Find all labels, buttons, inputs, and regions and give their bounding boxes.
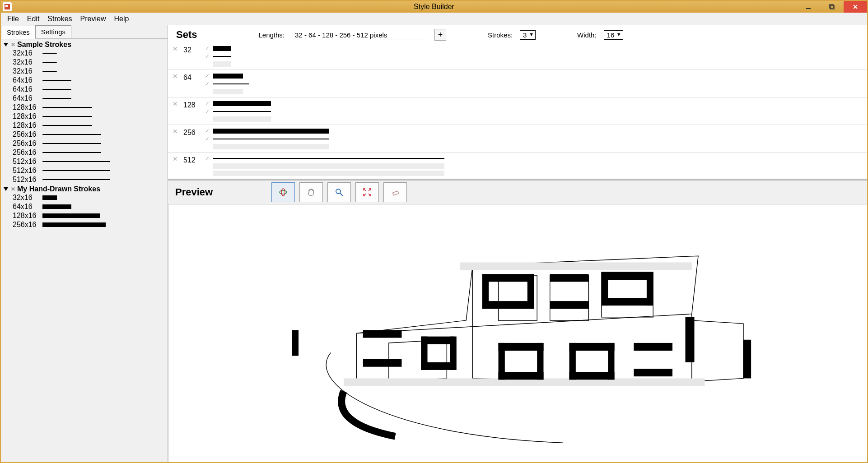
tree-item[interactable]: 256x16 [13,148,165,157]
stroke-sample-icon [42,134,101,135]
menu-strokes[interactable]: Strokes [44,13,75,25]
tab-strokes[interactable]: Strokes [1,26,36,39]
svg-rect-4 [831,5,834,9]
width-select[interactable]: 16 [604,30,623,40]
stroke-placeholder[interactable] [213,163,444,169]
orbit-tool-button[interactable] [271,182,295,202]
tree-item[interactable]: 64x16 [13,76,165,85]
lengths-input[interactable] [292,30,427,40]
stroke-placeholder[interactable] [213,171,444,176]
tab-settings[interactable]: Settings [35,25,71,38]
tree-item[interactable]: 32x16 [13,49,165,58]
stroke-sample-icon [42,170,110,171]
tree-item[interactable]: 32x16 [13,193,165,202]
stroke-sample-icon [42,71,57,72]
tree-item[interactable]: 256x16 [13,220,165,229]
maximize-button[interactable] [820,1,844,13]
tree-item-label: 256x16 [13,139,40,148]
tree-item-label: 256x16 [13,221,40,229]
svg-point-7 [280,190,287,194]
stroke-placeholder[interactable] [213,61,231,67]
check-icon[interactable]: ✓ [205,108,210,115]
tree-item[interactable]: 256x16 [13,139,165,148]
eraser-tool-button[interactable] [383,182,407,202]
svg-rect-35 [499,343,544,351]
check-icon[interactable]: ✓ [205,53,210,60]
remove-set-icon[interactable]: ✕ [173,45,180,52]
stroke-sample-icon [42,89,71,90]
tree-item[interactable]: 256x16 [13,130,165,139]
pan-tool-button[interactable] [299,182,323,202]
check-icon[interactable]: ✓ [205,155,210,162]
zoom-tool-button[interactable] [327,182,351,202]
tree-group-header[interactable]: ✕ My Hand-Drawn Strokes [4,185,165,193]
remove-group-icon[interactable]: ✕ [11,42,15,48]
stroke-placeholder[interactable] [213,144,329,149]
tree-item[interactable]: 64x16 [13,85,165,94]
tree-item[interactable]: 512x16 [13,175,165,184]
stroke-placeholder[interactable] [213,89,243,94]
window-titlebar: Style Builder [1,1,867,13]
stroke-bar [213,101,271,106]
tree-item-label: 32x16 [13,49,40,57]
set-row: ✕32✓✓ [168,42,867,69]
stroke-bar [213,56,231,57]
check-icon[interactable]: ✓ [205,73,210,79]
remove-set-icon[interactable]: ✕ [173,128,180,135]
set-stroke-stack: ✓✓ [205,45,231,67]
tree-item[interactable]: 32x16 [13,58,165,67]
remove-set-icon[interactable]: ✕ [173,73,180,80]
set-size-label: 512 [183,155,201,164]
zoom-extents-button[interactable] [355,182,379,202]
tree-item[interactable]: 128x16 [13,103,165,112]
tree-item[interactable]: 64x16 [13,94,165,103]
svg-rect-16 [460,262,692,270]
check-icon[interactable]: ✓ [205,45,210,51]
svg-rect-1 [5,5,8,7]
tree-item[interactable]: 512x16 [13,157,165,166]
sidebar-tabs: Strokes Settings [1,25,168,39]
stroke-placeholder[interactable] [213,116,271,122]
tree-item[interactable]: 128x16 [13,121,165,130]
menu-help[interactable]: Help [111,13,133,25]
add-set-button[interactable]: + [434,29,446,41]
tree-item-label: 512x16 [13,167,40,175]
svg-rect-30 [550,301,589,309]
tree-item-label: 256x16 [13,130,40,139]
tree-item[interactable]: 128x16 [13,112,165,121]
minimize-button[interactable] [797,1,820,13]
check-icon[interactable]: ✓ [205,136,210,142]
remove-set-icon[interactable]: ✕ [173,155,180,162]
tree-item[interactable]: 32x16 [13,67,165,76]
stroke-sample-icon [42,204,71,209]
group-label: Sample Strokes [17,41,71,49]
menu-file[interactable]: File [4,13,23,25]
menu-edit[interactable]: Edit [23,13,43,25]
tree-item[interactable]: 64x16 [13,202,165,211]
svg-rect-24 [450,337,457,370]
strokes-select[interactable]: 3 [520,30,536,40]
stroke-bar [213,111,271,112]
svg-rect-28 [527,275,534,307]
close-button[interactable] [844,1,867,13]
menu-preview[interactable]: Preview [77,13,110,25]
check-icon[interactable]: ✓ [205,128,210,134]
svg-rect-46 [743,340,751,379]
menubar: File Edit Strokes Preview Help [1,13,867,25]
tree-item[interactable]: 128x16 [13,211,165,220]
svg-rect-3 [830,5,833,8]
svg-rect-41 [569,343,576,380]
svg-rect-33 [602,272,608,306]
tree-group-header[interactable]: ✕ Sample Strokes [4,41,165,49]
svg-rect-42 [608,343,614,380]
remove-group-icon[interactable]: ✕ [11,186,15,192]
tree-item-label: 128x16 [13,121,40,130]
check-icon[interactable]: ✓ [205,81,210,87]
remove-set-icon[interactable]: ✕ [173,100,180,107]
tree-item[interactable]: 512x16 [13,166,165,175]
preview-canvas[interactable] [168,204,867,462]
check-icon[interactable]: ✓ [205,100,210,106]
svg-rect-20 [363,359,402,367]
stroke-sample-icon [42,195,57,200]
tree-item-label: 64x16 [13,203,40,211]
